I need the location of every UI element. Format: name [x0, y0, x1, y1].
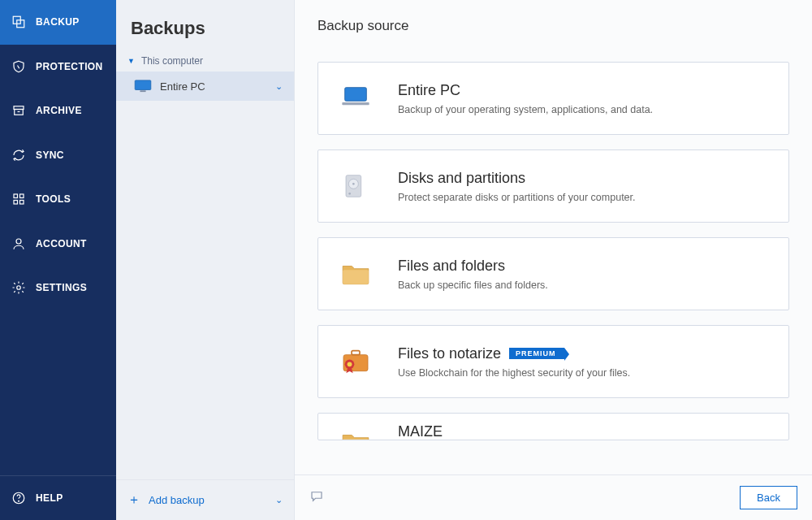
- backup-list-panel: Backups ▼ This computer Entire PC ⌄ ＋ Ad…: [116, 0, 295, 520]
- card-title: Entire PC: [398, 82, 771, 99]
- bottom-bar: Back: [295, 474, 812, 520]
- sidebar-label: HELP: [36, 492, 63, 504]
- sidebar-item-archive[interactable]: ARCHIVE: [0, 89, 116, 133]
- plus-icon: ＋: [127, 492, 140, 509]
- sidebar-label: ACCOUNT: [36, 238, 87, 249]
- user-icon: [11, 236, 26, 251]
- sidebar-item-sync[interactable]: SYNC: [0, 133, 116, 178]
- main-content: Backup source Entire PC Backup of your o…: [295, 0, 812, 520]
- sidebar-item-settings[interactable]: SETTINGS: [0, 266, 116, 310]
- sidebar-label: SETTINGS: [36, 282, 87, 293]
- svg-point-25: [348, 362, 352, 366]
- sidebar-label: BACKUP: [36, 16, 80, 28]
- tree-item-entire-pc[interactable]: Entire PC ⌄: [116, 72, 294, 101]
- sidebar-item-account[interactable]: ACCOUNT: [0, 222, 116, 266]
- add-backup-label: Add backup: [149, 494, 205, 506]
- svg-rect-5: [14, 194, 18, 198]
- sidebar-item-tools[interactable]: TOOLS: [0, 177, 116, 222]
- sidebar-item-protection[interactable]: PROTECTION: [0, 45, 116, 89]
- card-title: Files to notarize PREMIUM: [398, 345, 771, 362]
- tree-group[interactable]: ▼ This computer: [116, 50, 294, 72]
- card-title: Disks and partitions: [398, 170, 771, 187]
- sync-icon: [11, 148, 26, 162]
- help-icon: [11, 491, 26, 505]
- hdd-icon: [336, 167, 375, 206]
- card-title-text: Files to notarize: [398, 345, 501, 362]
- monitor-icon: [134, 80, 152, 93]
- panel-title: Backups: [116, 0, 294, 50]
- tree-item-label: Entire PC: [160, 80, 205, 93]
- add-backup-button[interactable]: ＋ Add backup ⌄: [116, 479, 294, 520]
- grid-icon: [11, 192, 26, 206]
- card-desc: Use Blockchain for the highest security …: [398, 367, 771, 379]
- card-files-folders[interactable]: Files and folders Back up specific files…: [317, 237, 789, 310]
- sidebar: BACKUP PROTECTION ARCHIVE SYNC: [0, 0, 116, 520]
- svg-rect-14: [140, 90, 145, 92]
- folder-icon: [336, 254, 375, 293]
- back-button[interactable]: Back: [740, 486, 797, 509]
- page-title: Backup source: [317, 18, 789, 34]
- backup-icon: [11, 15, 26, 29]
- archive-icon: [11, 103, 26, 118]
- card-title: Files and folders: [398, 258, 771, 275]
- svg-rect-26: [343, 439, 369, 440]
- card-nas[interactable]: NAS MAIZE: [317, 413, 789, 440]
- chat-icon[interactable]: [309, 489, 324, 507]
- briefcase-seal-icon: [336, 342, 375, 381]
- caret-down-icon: ▼: [127, 57, 135, 65]
- svg-point-19: [352, 183, 355, 185]
- svg-rect-21: [343, 270, 369, 284]
- svg-point-9: [16, 239, 21, 244]
- sidebar-label: SYNC: [36, 150, 64, 161]
- svg-rect-16: [342, 102, 369, 105]
- tree-group-label: This computer: [141, 55, 203, 67]
- svg-rect-15: [345, 88, 367, 102]
- sidebar-label: TOOLS: [36, 193, 71, 205]
- sidebar-label: PROTECTION: [36, 61, 103, 72]
- svg-point-20: [348, 193, 351, 195]
- svg-point-10: [17, 286, 21, 290]
- svg-rect-7: [14, 201, 18, 205]
- card-notarize[interactable]: Files to notarize PREMIUM Use Blockchain…: [317, 325, 789, 398]
- sidebar-label: ARCHIVE: [36, 105, 82, 116]
- source-cards: Entire PC Backup of your operating syste…: [317, 62, 789, 474]
- sidebar-item-backup[interactable]: BACKUP: [0, 0, 116, 45]
- svg-rect-13: [135, 80, 151, 90]
- card-desc: Backup of your operating system, applica…: [398, 104, 771, 115]
- chevron-down-icon: ⌄: [275, 495, 283, 505]
- card-title: MAIZE: [398, 423, 771, 440]
- card-desc: Back up specific files and folders.: [398, 280, 771, 291]
- gear-icon: [11, 280, 26, 295]
- card-entire-pc[interactable]: Entire PC Backup of your operating syste…: [317, 62, 789, 135]
- svg-rect-8: [20, 201, 24, 205]
- card-disks[interactable]: Disks and partitions Protect separate di…: [317, 150, 789, 223]
- svg-point-12: [19, 500, 19, 501]
- svg-rect-6: [20, 194, 24, 198]
- shield-icon: [11, 59, 26, 74]
- card-desc: Protect separate disks or partitions of …: [398, 192, 771, 203]
- laptop-icon: [336, 79, 375, 118]
- chevron-down-icon: ⌄: [275, 81, 283, 92]
- sidebar-item-help[interactable]: HELP: [0, 476, 116, 521]
- svg-rect-23: [352, 351, 360, 355]
- premium-badge: PREMIUM: [509, 348, 564, 359]
- nas-folder-icon: NAS: [336, 423, 375, 440]
